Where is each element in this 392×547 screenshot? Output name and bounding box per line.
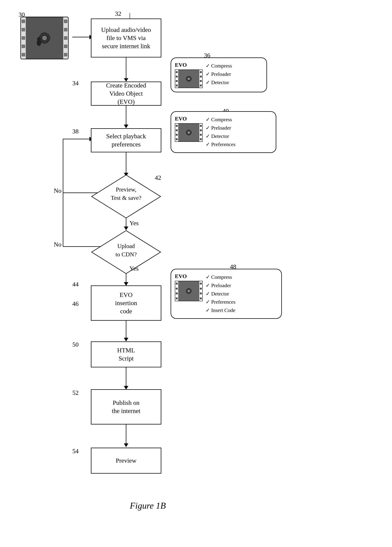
svg-marker-11: [124, 226, 128, 230]
svg-rect-45: [188, 130, 189, 131]
svg-point-35: [37, 37, 41, 41]
video-thumbnail-30: [21, 17, 69, 59]
svg-marker-1: [124, 78, 128, 82]
svg-rect-47: [186, 132, 187, 133]
upload-cdn-diamond-wrap: Uploadto CDN?: [91, 230, 161, 274]
svg-marker-17: [124, 338, 128, 342]
svg-rect-48: [190, 132, 192, 133]
svg-marker-19: [124, 386, 128, 390]
ref-34: 34: [72, 80, 79, 87]
html-script-box: HTML Script: [91, 342, 161, 367]
figure-caption: Figure 1B: [130, 500, 166, 511]
evo-insertion-box: EVO insertion code: [91, 286, 161, 321]
svg-rect-40: [188, 80, 189, 82]
svg-rect-29: [48, 37, 50, 39]
svg-rect-39: [188, 76, 189, 77]
ref-38: 38: [72, 128, 79, 135]
playback-box: Select playback preferences: [91, 128, 161, 152]
ref-54: 54: [72, 448, 79, 455]
svg-rect-41: [186, 78, 187, 79]
ref-32: 32: [115, 10, 121, 17]
no-label-2: No: [54, 241, 62, 248]
evo-bubble-1: EVO: [171, 57, 267, 92]
svg-rect-55: [186, 290, 187, 292]
publish-box: Publish on the internet: [91, 389, 161, 424]
ref-46: 46: [72, 300, 79, 307]
yes-label-2: Yes: [130, 265, 138, 272]
svg-rect-27: [44, 41, 45, 44]
svg-point-44: [187, 131, 190, 134]
upload-box: Upload audio/video file to VMS via secur…: [91, 19, 161, 57]
svg-point-52: [187, 290, 190, 292]
ref-52: 52: [72, 389, 79, 396]
ref-44: 44: [72, 281, 79, 288]
svg-rect-42: [190, 78, 192, 79]
svg-rect-26: [44, 32, 45, 35]
svg-marker-3: [124, 124, 128, 128]
svg-rect-46: [188, 134, 189, 136]
diagram-container: 30: [0, 0, 392, 547]
evo-bubble-2: EVO: [171, 111, 276, 153]
svg-rect-56: [190, 290, 192, 292]
svg-marker-15: [124, 282, 128, 286]
no-label-1: No: [54, 187, 62, 194]
yes-label-1: Yes: [130, 220, 138, 227]
preview-diamond-wrap: Preview,Test & save?: [91, 174, 161, 219]
preview-box: Preview: [91, 448, 161, 474]
evo-bubble-3: EVO: [171, 269, 282, 319]
svg-point-38: [187, 77, 190, 80]
ref-50: 50: [72, 341, 79, 348]
svg-rect-54: [188, 293, 189, 294]
svg-marker-21: [124, 443, 128, 447]
svg-rect-53: [188, 288, 189, 289]
evo-box: Create Encoded Video Object (EVO): [91, 82, 161, 106]
